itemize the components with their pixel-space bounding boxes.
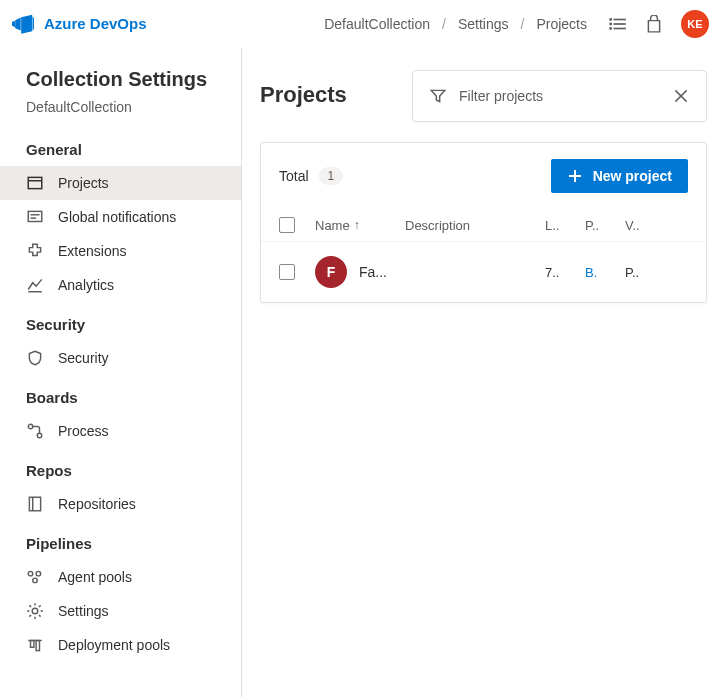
breadcrumb: DefaultCollection / Settings / Projects xyxy=(324,16,597,32)
filter-box xyxy=(412,70,707,122)
agent-pools-icon xyxy=(26,568,44,586)
repositories-icon xyxy=(26,495,44,513)
select-all-checkbox[interactable] xyxy=(279,217,295,233)
section-general: General xyxy=(0,127,241,166)
col-process[interactable]: P.. xyxy=(585,218,625,233)
svg-rect-8 xyxy=(28,211,42,221)
sidebar-subtitle: DefaultCollection xyxy=(0,99,241,127)
nav-analytics[interactable]: Analytics xyxy=(0,268,241,302)
page-title: Projects xyxy=(260,70,347,108)
nav-agent-pools[interactable]: Agent pools xyxy=(0,560,241,594)
sidebar: Collection Settings DefaultCollection Ge… xyxy=(0,48,242,697)
nav-global-notifications[interactable]: Global notifications xyxy=(0,200,241,234)
brand[interactable]: Azure DevOps xyxy=(12,13,147,35)
breadcrumb-sep: / xyxy=(442,16,446,32)
shopping-bag-icon[interactable] xyxy=(645,15,663,33)
breadcrumb-projects[interactable]: Projects xyxy=(536,16,587,32)
nav-label: Global notifications xyxy=(58,209,176,225)
section-pipelines: Pipelines xyxy=(0,521,241,560)
shield-icon xyxy=(26,349,44,367)
section-security: Security xyxy=(0,302,241,341)
projects-table: Total 1 New project Name ↑ Description L… xyxy=(260,142,707,303)
nav-deployment-pools[interactable]: Deployment pools xyxy=(0,628,241,662)
nav-extensions[interactable]: Extensions xyxy=(0,234,241,268)
svg-point-5 xyxy=(610,27,611,28)
svg-point-17 xyxy=(36,571,41,576)
sort-ascending-icon: ↑ xyxy=(354,218,360,232)
svg-rect-6 xyxy=(28,177,42,188)
row-visibility: P.. xyxy=(625,265,665,280)
nav-settings[interactable]: Settings xyxy=(0,594,241,628)
svg-point-4 xyxy=(610,23,611,24)
filter-input[interactable] xyxy=(459,88,660,104)
nav-security[interactable]: Security xyxy=(0,341,241,375)
global-header: Azure DevOps DefaultCollection / Setting… xyxy=(0,0,725,48)
brand-text: Azure DevOps xyxy=(44,15,147,32)
azure-devops-logo-icon xyxy=(12,13,34,35)
deployment-pools-icon xyxy=(26,636,44,654)
projects-icon xyxy=(26,174,44,192)
extensions-icon xyxy=(26,242,44,260)
close-icon[interactable] xyxy=(672,87,690,105)
svg-rect-14 xyxy=(29,497,40,511)
col-visibility[interactable]: V.. xyxy=(625,218,665,233)
total-label: Total xyxy=(279,168,309,184)
project-name[interactable]: Fa... xyxy=(359,264,387,280)
col-last[interactable]: L.. xyxy=(545,218,585,233)
nav-label: Settings xyxy=(58,603,109,619)
section-repos: Repos xyxy=(0,448,241,487)
svg-point-18 xyxy=(33,578,38,583)
svg-rect-21 xyxy=(31,641,34,648)
nav-label: Repositories xyxy=(58,496,136,512)
nav-label: Projects xyxy=(58,175,109,191)
nav-label: Security xyxy=(58,350,109,366)
process-icon xyxy=(26,422,44,440)
row-last: 7.. xyxy=(545,265,585,280)
nav-process[interactable]: Process xyxy=(0,414,241,448)
total-wrap: Total 1 xyxy=(279,167,343,185)
nav-label: Agent pools xyxy=(58,569,132,585)
plus-icon xyxy=(567,168,583,184)
svg-point-16 xyxy=(28,571,33,576)
svg-rect-22 xyxy=(36,641,39,651)
svg-point-3 xyxy=(610,18,611,19)
nav-repositories[interactable]: Repositories xyxy=(0,487,241,521)
sidebar-title: Collection Settings xyxy=(0,68,241,99)
nav-label: Process xyxy=(58,423,109,439)
user-avatar[interactable]: KE xyxy=(681,10,709,38)
new-project-button[interactable]: New project xyxy=(551,159,688,193)
col-name[interactable]: Name ↑ xyxy=(315,218,405,233)
breadcrumb-settings[interactable]: Settings xyxy=(458,16,509,32)
breadcrumb-collection[interactable]: DefaultCollection xyxy=(324,16,430,32)
col-description[interactable]: Description xyxy=(405,218,545,233)
list-icon[interactable] xyxy=(609,15,627,33)
nav-label: Analytics xyxy=(58,277,114,293)
project-avatar: F xyxy=(315,256,347,288)
table-row[interactable]: F Fa... 7.. B. P.. xyxy=(261,241,706,302)
main-content: Projects Total 1 New project xyxy=(242,48,725,697)
row-process[interactable]: B. xyxy=(585,265,625,280)
notifications-icon xyxy=(26,208,44,226)
nav-label: Extensions xyxy=(58,243,126,259)
svg-point-19 xyxy=(32,608,38,614)
svg-point-13 xyxy=(37,433,42,438)
gear-icon xyxy=(26,602,44,620)
nav-label: Deployment pools xyxy=(58,637,170,653)
row-checkbox[interactable] xyxy=(279,264,295,280)
nav-projects[interactable]: Projects xyxy=(0,166,241,200)
new-project-label: New project xyxy=(593,168,672,184)
filter-icon xyxy=(429,87,447,105)
breadcrumb-sep: / xyxy=(521,16,525,32)
table-header: Name ↑ Description L.. P.. V.. xyxy=(261,209,706,241)
section-boards: Boards xyxy=(0,375,241,414)
svg-point-12 xyxy=(28,424,33,429)
header-actions: KE xyxy=(609,10,709,38)
total-count-badge: 1 xyxy=(319,167,344,185)
analytics-icon xyxy=(26,276,44,294)
